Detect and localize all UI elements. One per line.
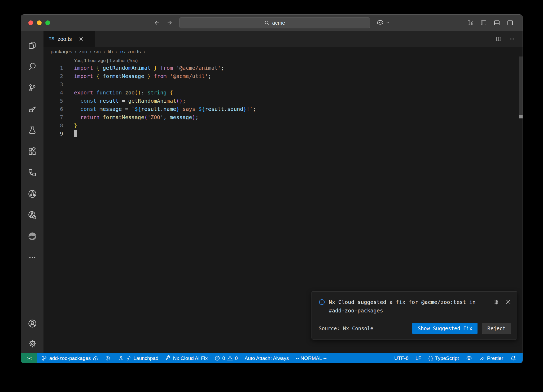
problems-status-item[interactable]: 0 0 bbox=[212, 353, 240, 363]
auto-attach-status-item[interactable]: Auto Attach: Always bbox=[242, 353, 291, 363]
source-control-icon[interactable] bbox=[21, 77, 43, 98]
notification-message: Nx Cloud suggested a fix for @acme/zoo:t… bbox=[329, 298, 488, 315]
customize-layout-icon[interactable] bbox=[467, 19, 474, 26]
tab-zoo-ts[interactable]: TS zoo.ts bbox=[43, 31, 95, 47]
additional-views-icon[interactable] bbox=[21, 247, 43, 268]
launchpad-status-item[interactable]: Launchpad bbox=[115, 353, 161, 363]
typescript-file-icon: TS bbox=[49, 37, 54, 41]
check-all-icon bbox=[479, 355, 485, 361]
window-controls bbox=[28, 20, 50, 25]
vim-mode-label: -- NORMAL -- bbox=[296, 355, 326, 361]
close-notification-icon[interactable] bbox=[505, 299, 511, 305]
forward-arrow-icon[interactable] bbox=[166, 19, 173, 26]
run-debug-icon[interactable] bbox=[21, 98, 43, 120]
eol-status-item[interactable]: LF bbox=[413, 353, 424, 363]
split-editor-icon[interactable] bbox=[496, 36, 502, 42]
toggle-primary-sidebar-icon[interactable] bbox=[480, 19, 487, 26]
code-line[interactable]: 8} bbox=[43, 121, 523, 130]
zoom-window-button[interactable] bbox=[45, 20, 50, 25]
breadcrumb-item[interactable]: lib bbox=[108, 49, 113, 55]
reject-button[interactable]: Reject bbox=[482, 323, 511, 334]
line-text[interactable]: import { formatMessage } from '@acme/uti… bbox=[63, 72, 211, 80]
search-icon bbox=[264, 20, 270, 25]
breadcrumb-more[interactable]: ... bbox=[148, 49, 152, 55]
code-line[interactable]: 7 return formatMessage('ZOO', message); bbox=[43, 113, 523, 121]
language-status-item[interactable]: { } TypeScript bbox=[426, 353, 462, 363]
line-text[interactable]: const message = `${result.name} says ${r… bbox=[63, 105, 256, 113]
close-tab-icon[interactable] bbox=[79, 37, 84, 41]
nx-cloud-icon[interactable] bbox=[21, 183, 43, 204]
line-number[interactable]: 7 bbox=[43, 113, 63, 121]
edge-devtools-icon[interactable] bbox=[21, 226, 43, 247]
line-number[interactable]: 5 bbox=[43, 97, 63, 105]
minimize-window-button[interactable] bbox=[37, 20, 42, 25]
nx-cloud-inspect-icon[interactable] bbox=[21, 204, 43, 226]
prettier-status-item[interactable]: Prettier bbox=[476, 353, 506, 363]
bell-dot-icon bbox=[510, 355, 516, 361]
errors-icon bbox=[214, 355, 220, 361]
breadcrumb-file[interactable]: zoo.ts bbox=[128, 49, 141, 55]
code-line[interactable]: 4export function zoo(): string { bbox=[43, 89, 523, 97]
show-suggested-fix-button[interactable]: Show Suggested Fix bbox=[412, 323, 478, 334]
typescript-file-icon: TS bbox=[120, 50, 125, 54]
gitlens-blame-annotation: You, 1 hour ago | 1 author (You) bbox=[74, 58, 523, 63]
notification-toast: Nx Cloud suggested a fix for @acme/zoo:t… bbox=[312, 291, 517, 339]
close-window-button[interactable] bbox=[28, 20, 33, 25]
copilot-status-item[interactable] bbox=[463, 353, 475, 363]
editor-scrollbar[interactable] bbox=[519, 56, 523, 119]
line-number[interactable]: 4 bbox=[43, 89, 63, 97]
account-icon[interactable] bbox=[21, 313, 43, 334]
line-text[interactable]: export function zoo(): string { bbox=[63, 89, 173, 97]
breadcrumb-item[interactable]: src bbox=[94, 49, 101, 55]
notifications-bell-item[interactable] bbox=[507, 353, 519, 363]
code-line[interactable]: 6 const message = `${result.name} says $… bbox=[43, 105, 523, 113]
line-text[interactable]: } bbox=[63, 121, 77, 130]
remote-indicator[interactable]: >< bbox=[21, 353, 37, 363]
line-number[interactable]: 3 bbox=[43, 80, 63, 89]
code-line[interactable]: 3 bbox=[43, 80, 523, 89]
settings-gear-icon[interactable] bbox=[21, 334, 43, 353]
line-text[interactable] bbox=[63, 80, 74, 89]
line-text[interactable]: return formatMessage('ZOO', message); bbox=[63, 113, 199, 121]
breadcrumb-item[interactable]: zoo bbox=[79, 49, 87, 55]
title-bar: acme bbox=[21, 15, 523, 31]
toggle-secondary-sidebar-icon[interactable] bbox=[507, 19, 514, 26]
code-line[interactable]: 1import { getRandomAnimal } from '@acme/… bbox=[43, 64, 523, 72]
warnings-icon bbox=[227, 355, 233, 361]
git-graph-status-item[interactable] bbox=[103, 353, 114, 363]
command-center-search[interactable]: acme bbox=[179, 17, 370, 28]
code-line[interactable]: 9 bbox=[43, 130, 523, 138]
nx-cloud-ai-fix-status-item[interactable]: Nx Cloud AI Fix bbox=[163, 353, 210, 363]
notification-settings-gear-icon[interactable] bbox=[493, 299, 500, 305]
code-line[interactable]: 2import { formatMessage } from '@acme/ut… bbox=[43, 72, 523, 80]
chevron-down-icon[interactable] bbox=[386, 21, 390, 25]
code-line[interactable]: 5 const result = getRandomAnimal(); bbox=[43, 97, 523, 105]
extensions-icon[interactable] bbox=[21, 141, 43, 162]
more-actions-icon[interactable] bbox=[509, 36, 515, 42]
vim-mode-status-item[interactable]: -- NORMAL -- bbox=[293, 353, 329, 363]
line-text[interactable]: const result = getRandomAnimal(); bbox=[63, 97, 186, 105]
line-number[interactable]: 6 bbox=[43, 105, 63, 113]
overview-ruler-cursor-marker bbox=[519, 115, 523, 118]
rocket-icon bbox=[118, 355, 124, 361]
encoding-status-item[interactable]: UTF-8 bbox=[392, 353, 411, 363]
line-text[interactable]: import { getRandomAnimal } from '@acme/a… bbox=[63, 64, 224, 72]
code-editor[interactable]: You, 1 hour ago | 1 author (You) 1import… bbox=[43, 56, 523, 353]
encoding-label: UTF-8 bbox=[394, 355, 409, 361]
nx-console-icon[interactable] bbox=[21, 162, 43, 183]
breadcrumb-item[interactable]: packages bbox=[51, 49, 72, 55]
back-arrow-icon[interactable] bbox=[154, 19, 160, 26]
line-number[interactable]: 8 bbox=[43, 121, 63, 130]
line-number[interactable]: 9 bbox=[43, 130, 63, 138]
toggle-panel-icon[interactable] bbox=[493, 19, 500, 26]
testing-icon[interactable] bbox=[21, 120, 43, 141]
line-text[interactable] bbox=[63, 130, 77, 138]
search-view-icon[interactable] bbox=[21, 56, 43, 77]
branch-name: add-zoo-packages bbox=[49, 355, 91, 361]
branch-status-item[interactable]: add-zoo-packages bbox=[39, 353, 101, 363]
explorer-icon[interactable] bbox=[21, 35, 43, 56]
line-number[interactable]: 1 bbox=[43, 64, 63, 72]
line-number[interactable]: 2 bbox=[43, 72, 63, 80]
copilot-icon[interactable] bbox=[376, 19, 384, 27]
language-label: TypeScript bbox=[435, 355, 459, 361]
